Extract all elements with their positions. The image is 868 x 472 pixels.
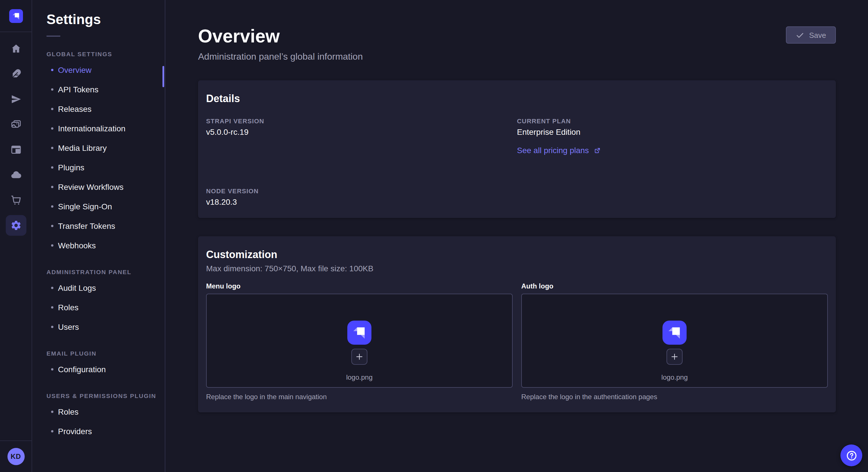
subnav-item-webhooks[interactable]: Webhooks: [32, 236, 165, 255]
paper-plane-icon: [10, 94, 22, 105]
subnav-item-label: Users: [58, 322, 79, 332]
bullet-icon: [51, 430, 53, 432]
bullet-icon: [51, 69, 53, 71]
help-button[interactable]: [840, 444, 862, 466]
strapi-logo[interactable]: [9, 9, 23, 23]
subnav-sections: GLOBAL SETTINGSOverviewAPI TokensRelease…: [32, 50, 165, 440]
rail-item-home[interactable]: [5, 38, 26, 59]
subnav-item-internationalization[interactable]: Internationalization: [32, 119, 165, 138]
rail-item-cloud[interactable]: [5, 165, 26, 185]
strapi-logo: [662, 321, 687, 345]
subnav-item-label: API Tokens: [58, 85, 98, 94]
images-icon: [10, 119, 22, 130]
settings-subnav: Settings GLOBAL SETTINGSOverviewAPI Toke…: [32, 0, 165, 472]
pricing-plans-link[interactable]: See all pricing plans: [517, 146, 601, 155]
save-button-label: Save: [809, 31, 826, 39]
rail-item-marketplace[interactable]: [5, 190, 26, 210]
rail-item-content-manager[interactable]: [5, 64, 26, 84]
subnav-item-review-workflows[interactable]: Review Workflows: [32, 178, 165, 196]
subnav-item-single-sign-on[interactable]: Single Sign-On: [32, 197, 165, 216]
bullet-icon: [51, 326, 53, 328]
subnav-item-label: Configuration: [58, 365, 106, 374]
add-auth-logo-button[interactable]: [666, 349, 683, 365]
subnav-item-label: Transfer Tokens: [58, 222, 115, 231]
subnav-item-audit-logs[interactable]: Audit Logs: [32, 279, 165, 297]
bullet-icon: [51, 244, 53, 247]
menu-logo-dropzone[interactable]: logo.png: [206, 294, 513, 388]
auth-logo-filename: logo.png: [661, 373, 688, 381]
subnav-section-label: USERS & PERMISSIONS PLUGIN: [46, 392, 165, 399]
subnav-item-releases[interactable]: Releases: [32, 100, 165, 118]
bullet-icon: [51, 306, 53, 308]
auth-logo-caption: Replace the logo in the authentication p…: [521, 393, 828, 401]
current-plan-label: CURRENT PLAN: [517, 117, 828, 125]
workspace-logo-box: [0, 0, 32, 32]
bullet-icon: [51, 225, 53, 227]
bullet-icon: [51, 186, 53, 188]
bullet-icon: [51, 88, 53, 91]
node-version-label: NODE VERSION: [206, 188, 517, 194]
current-plan-value: Enterprise Edition: [517, 127, 828, 136]
menu-logo-filename: logo.png: [346, 373, 373, 381]
customization-heading: Customization: [206, 249, 828, 261]
customization-card: Customization Max dimension: 750×750, Ma…: [198, 236, 836, 412]
bullet-icon: [51, 411, 53, 413]
customization-subheading: Max dimension: 750×750, Max file size: 1…: [206, 264, 828, 273]
subnav-item-plugins[interactable]: Plugins: [32, 158, 165, 177]
details-card: Details STRAPI VERSION v5.0.0-rc.19 CURR…: [198, 80, 836, 218]
subnav-item-label: Plugins: [58, 163, 84, 172]
subnav-item-media-library[interactable]: Media Library: [32, 139, 165, 157]
node-version-value: v18.20.3: [206, 197, 517, 206]
add-menu-logo-button[interactable]: [351, 349, 367, 365]
subnav-item-configuration[interactable]: Configuration: [32, 360, 165, 378]
subnav-item-label: Media Library: [58, 143, 107, 153]
node-version-field: NODE VERSION v18.20.3: [206, 188, 517, 206]
feather-icon: [10, 68, 22, 80]
bullet-icon: [51, 166, 53, 169]
strapi-version-field: STRAPI VERSION v5.0.0-rc.19: [206, 117, 517, 156]
subnav-item-api-tokens[interactable]: API Tokens: [32, 80, 165, 99]
subnav-section-label: EMAIL PLUGIN: [46, 350, 165, 357]
subnav-scrollbar-thumb[interactable]: [162, 66, 164, 87]
subnav-item-label: Releases: [58, 104, 92, 113]
current-plan-field: CURRENT PLAN Enterprise Edition See all …: [517, 117, 828, 156]
cloud-icon: [10, 169, 22, 181]
rail-item-settings[interactable]: [5, 215, 26, 236]
details-heading: Details: [206, 93, 828, 105]
subnav-item-label: Roles: [58, 407, 79, 416]
subnav-item-users[interactable]: Users: [32, 318, 165, 336]
page-title: Overview: [198, 26, 363, 46]
page-header: Overview Administration panel’s global i…: [198, 26, 836, 62]
bullet-icon: [51, 147, 53, 149]
rail-nav-items: [0, 32, 32, 236]
pricing-plans-link-label: See all pricing plans: [517, 146, 589, 155]
subnav-item-transfer-tokens[interactable]: Transfer Tokens: [32, 217, 165, 235]
subnav-section-label: ADMINISTRATION PANEL: [46, 268, 165, 275]
menu-logo-caption: Replace the logo in the main navigation: [206, 393, 513, 401]
subnav-item-providers[interactable]: Providers: [32, 422, 165, 440]
gear-icon: [10, 220, 22, 231]
subnav-item-label: Providers: [58, 427, 92, 436]
question-mark-icon: [845, 449, 857, 461]
strapi-logo: [347, 321, 371, 345]
home-icon: [10, 43, 22, 55]
page-subtitle: Administration panel’s global informatio…: [198, 52, 363, 62]
subnav-item-roles[interactable]: Roles: [32, 298, 165, 316]
subnav-item-roles[interactable]: Roles: [32, 403, 165, 421]
auth-logo-dropzone[interactable]: logo.png: [521, 294, 828, 388]
menu-logo-field: Menu logo logo.png Replace the logo in t…: [206, 282, 513, 401]
external-link-icon: [594, 146, 601, 154]
subnav-item-label: Single Sign-On: [58, 202, 112, 211]
subnav-item-label: Webhooks: [58, 241, 96, 250]
menu-logo-label: Menu logo: [206, 282, 513, 290]
layout-icon: [10, 144, 22, 156]
bullet-icon: [51, 108, 53, 110]
strapi-version-value: v5.0.0-rc.19: [206, 127, 517, 136]
subnav-item-overview[interactable]: Overview: [32, 61, 165, 79]
cart-icon: [10, 194, 22, 206]
rail-item-deploy[interactable]: [5, 89, 26, 109]
rail-item-content-type-builder[interactable]: [5, 139, 26, 160]
save-button[interactable]: Save: [786, 26, 836, 43]
avatar[interactable]: KD: [7, 448, 24, 465]
rail-item-media-library[interactable]: [5, 114, 26, 135]
